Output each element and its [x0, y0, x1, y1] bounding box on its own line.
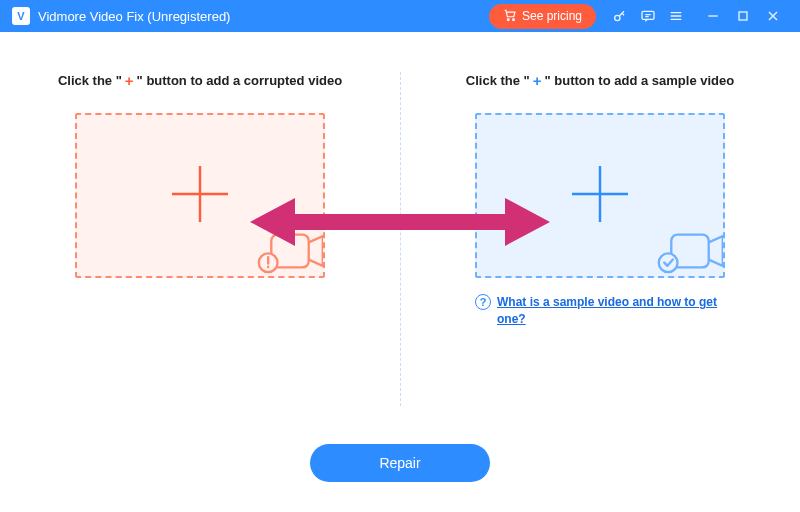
svg-point-8 — [659, 253, 678, 272]
pricing-label: See pricing — [522, 9, 582, 23]
help-row: ? What is a sample video and how to get … — [475, 294, 725, 328]
sample-video-panel: Click the "+" button to add a sample vid… — [400, 72, 800, 426]
plus-icon: + — [125, 72, 134, 89]
close-button[interactable] — [758, 2, 788, 30]
corrupted-video-panel: Click the "+" button to add a corrupted … — [0, 72, 400, 426]
menu-icon[interactable] — [662, 2, 690, 30]
add-corrupted-video-dropzone[interactable] — [75, 113, 325, 278]
cart-icon — [503, 8, 517, 25]
main-content: Click the "+" button to add a corrupted … — [0, 32, 800, 512]
titlebar: V Vidmore Video Fix (Unregistered) See p… — [0, 0, 800, 32]
broken-camera-icon — [251, 222, 325, 278]
plus-icon: + — [533, 72, 542, 89]
panels-container: Click the "+" button to add a corrupted … — [0, 32, 800, 426]
key-icon[interactable] — [606, 2, 634, 30]
repair-button[interactable]: Repair — [310, 444, 490, 482]
svg-point-2 — [615, 15, 620, 20]
ok-camera-icon — [651, 222, 725, 278]
sample-panel-title: Click the "+" button to add a sample vid… — [466, 72, 734, 89]
svg-point-0 — [507, 18, 509, 20]
app-logo-icon: V — [12, 7, 30, 25]
window-title: Vidmore Video Fix (Unregistered) — [38, 9, 230, 24]
add-sample-video-dropzone[interactable] — [475, 113, 725, 278]
minimize-button[interactable] — [698, 2, 728, 30]
maximize-button[interactable] — [728, 2, 758, 30]
vertical-divider — [400, 72, 401, 406]
footer: Repair — [0, 426, 800, 512]
see-pricing-button[interactable]: See pricing — [489, 4, 596, 29]
svg-point-1 — [513, 18, 515, 20]
plus-icon — [560, 154, 640, 238]
plus-icon — [160, 154, 240, 238]
svg-rect-4 — [739, 12, 747, 20]
feedback-icon[interactable] — [634, 2, 662, 30]
sample-video-help-link[interactable]: What is a sample video and how to get on… — [497, 294, 725, 328]
corrupted-panel-title: Click the "+" button to add a corrupted … — [58, 72, 342, 89]
help-icon: ? — [475, 294, 491, 310]
